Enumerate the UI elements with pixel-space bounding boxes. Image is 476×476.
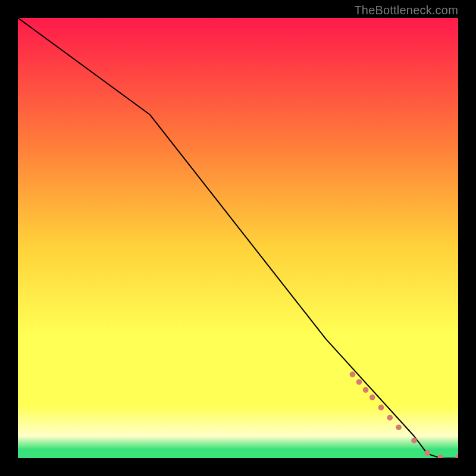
- data-marker: [350, 372, 356, 378]
- data-marker: [363, 387, 369, 393]
- data-marker: [411, 438, 417, 444]
- data-marker: [356, 379, 362, 385]
- data-marker: [424, 450, 430, 456]
- attribution-label: TheBottleneck.com: [354, 4, 458, 17]
- data-marker: [378, 405, 384, 411]
- data-marker: [396, 424, 402, 430]
- data-marker: [369, 394, 375, 400]
- gradient-background: [18, 18, 458, 458]
- bottleneck-chart: [18, 18, 458, 458]
- chart-frame: TheBottleneck.com: [0, 0, 476, 476]
- data-marker: [387, 415, 393, 421]
